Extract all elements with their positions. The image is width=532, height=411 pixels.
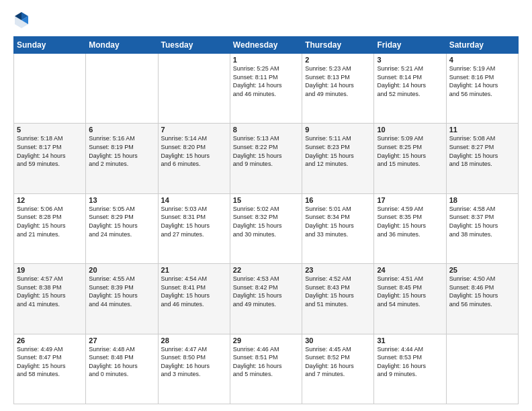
day-number: 13 <box>89 196 154 204</box>
day-info: Sunrise: 4:45 AMSunset: 8:52 PMDaylight:… <box>305 345 371 379</box>
day-cell-26: 26Sunrise: 4:49 AMSunset: 8:47 PMDayligh… <box>14 334 86 404</box>
day-info: Sunrise: 5:21 AMSunset: 8:14 PMDaylight:… <box>377 64 443 98</box>
day-cell-25: 25Sunrise: 4:50 AMSunset: 8:46 PMDayligh… <box>446 264 518 334</box>
day-cell-3: 3Sunrise: 5:21 AMSunset: 8:14 PMDaylight… <box>374 54 446 124</box>
day-info: Sunrise: 4:54 AMSunset: 8:41 PMDaylight:… <box>161 275 227 308</box>
day-cell-7: 7Sunrise: 5:14 AMSunset: 8:20 PMDaylight… <box>158 124 230 193</box>
day-info: Sunrise: 5:06 AMSunset: 8:28 PMDaylight:… <box>17 205 83 238</box>
day-number: 5 <box>17 126 83 134</box>
day-cell-24: 24Sunrise: 4:51 AMSunset: 8:45 PMDayligh… <box>374 264 446 334</box>
day-info: Sunrise: 4:44 AMSunset: 8:53 PMDaylight:… <box>377 345 443 379</box>
day-info: Sunrise: 5:11 AMSunset: 8:23 PMDaylight:… <box>305 134 371 168</box>
day-info: Sunrise: 4:47 AMSunset: 8:50 PMDaylight:… <box>161 345 227 379</box>
day-info: Sunrise: 4:59 AMSunset: 8:35 PMDaylight:… <box>377 205 443 238</box>
day-number: 22 <box>233 266 299 274</box>
day-number: 23 <box>305 266 371 274</box>
week-row-5: 26Sunrise: 4:49 AMSunset: 8:47 PMDayligh… <box>14 334 519 404</box>
day-info: Sunrise: 4:52 AMSunset: 8:43 PMDaylight:… <box>305 275 371 308</box>
calendar: SundayMondayTuesdayWednesdayThursdayFrid… <box>13 36 519 404</box>
day-number: 2 <box>305 56 371 64</box>
day-number: 19 <box>17 266 83 274</box>
day-number: 14 <box>161 196 227 204</box>
weekday-header-thursday: Thursday <box>302 37 374 54</box>
logo-icon <box>13 11 30 30</box>
day-number: 27 <box>89 336 154 345</box>
day-cell-9: 9Sunrise: 5:11 AMSunset: 8:23 PMDaylight… <box>302 124 374 193</box>
day-cell-12: 12Sunrise: 5:06 AMSunset: 8:28 PMDayligh… <box>14 193 86 263</box>
day-number: 12 <box>17 196 83 204</box>
day-info: Sunrise: 4:48 AMSunset: 8:48 PMDaylight:… <box>89 345 154 379</box>
day-cell-13: 13Sunrise: 5:05 AMSunset: 8:29 PMDayligh… <box>86 193 158 263</box>
day-cell-1: 1Sunrise: 5:25 AMSunset: 8:11 PMDaylight… <box>230 54 302 124</box>
logo <box>13 11 32 30</box>
day-number: 7 <box>161 126 227 134</box>
day-cell-11: 11Sunrise: 5:08 AMSunset: 8:27 PMDayligh… <box>446 124 518 193</box>
day-info: Sunrise: 4:50 AMSunset: 8:46 PMDaylight:… <box>449 275 515 308</box>
week-row-3: 12Sunrise: 5:06 AMSunset: 8:28 PMDayligh… <box>14 193 519 263</box>
day-info: Sunrise: 5:05 AMSunset: 8:29 PMDaylight:… <box>89 205 154 238</box>
day-number: 4 <box>449 56 515 64</box>
day-number: 18 <box>449 196 515 204</box>
empty-cell <box>14 54 86 124</box>
day-cell-17: 17Sunrise: 4:59 AMSunset: 8:35 PMDayligh… <box>374 193 446 263</box>
day-number: 10 <box>377 126 443 134</box>
day-cell-5: 5Sunrise: 5:18 AMSunset: 8:17 PMDaylight… <box>14 124 86 193</box>
day-cell-22: 22Sunrise: 4:53 AMSunset: 8:42 PMDayligh… <box>230 264 302 334</box>
day-info: Sunrise: 4:51 AMSunset: 8:45 PMDaylight:… <box>377 275 443 308</box>
day-info: Sunrise: 5:01 AMSunset: 8:34 PMDaylight:… <box>305 205 371 238</box>
day-number: 30 <box>305 336 371 345</box>
day-info: Sunrise: 4:49 AMSunset: 8:47 PMDaylight:… <box>17 345 83 379</box>
day-cell-19: 19Sunrise: 4:57 AMSunset: 8:38 PMDayligh… <box>14 264 86 334</box>
day-number: 16 <box>305 196 371 204</box>
day-info: Sunrise: 5:19 AMSunset: 8:16 PMDaylight:… <box>449 64 515 98</box>
day-info: Sunrise: 5:14 AMSunset: 8:20 PMDaylight:… <box>161 134 227 168</box>
weekday-header-sunday: Sunday <box>14 37 86 54</box>
day-info: Sunrise: 5:13 AMSunset: 8:22 PMDaylight:… <box>233 134 299 168</box>
header <box>13 11 519 30</box>
week-row-4: 19Sunrise: 4:57 AMSunset: 8:38 PMDayligh… <box>14 264 519 334</box>
day-cell-30: 30Sunrise: 4:45 AMSunset: 8:52 PMDayligh… <box>302 334 374 404</box>
weekday-header-tuesday: Tuesday <box>158 37 230 54</box>
day-info: Sunrise: 5:23 AMSunset: 8:13 PMDaylight:… <box>305 64 371 98</box>
day-cell-15: 15Sunrise: 5:02 AMSunset: 8:32 PMDayligh… <box>230 193 302 263</box>
day-info: Sunrise: 4:55 AMSunset: 8:39 PMDaylight:… <box>89 275 154 308</box>
page: SundayMondayTuesdayWednesdayThursdayFrid… <box>0 0 532 411</box>
day-number: 21 <box>161 266 227 274</box>
weekday-header-monday: Monday <box>86 37 158 54</box>
day-number: 1 <box>233 56 299 64</box>
empty-cell <box>158 54 230 124</box>
day-info: Sunrise: 4:58 AMSunset: 8:37 PMDaylight:… <box>449 205 515 238</box>
day-info: Sunrise: 4:57 AMSunset: 8:38 PMDaylight:… <box>17 275 83 308</box>
day-cell-31: 31Sunrise: 4:44 AMSunset: 8:53 PMDayligh… <box>374 334 446 404</box>
day-number: 11 <box>449 126 515 134</box>
day-number: 25 <box>449 266 515 274</box>
day-number: 24 <box>377 266 443 274</box>
weekday-header-saturday: Saturday <box>446 37 518 54</box>
day-cell-6: 6Sunrise: 5:16 AMSunset: 8:19 PMDaylight… <box>86 124 158 193</box>
day-cell-16: 16Sunrise: 5:01 AMSunset: 8:34 PMDayligh… <box>302 193 374 263</box>
empty-cell <box>86 54 158 124</box>
weekday-header-row: SundayMondayTuesdayWednesdayThursdayFrid… <box>14 37 519 54</box>
day-cell-29: 29Sunrise: 4:46 AMSunset: 8:51 PMDayligh… <box>230 334 302 404</box>
day-info: Sunrise: 5:16 AMSunset: 8:19 PMDaylight:… <box>89 134 154 168</box>
day-cell-27: 27Sunrise: 4:48 AMSunset: 8:48 PMDayligh… <box>86 334 158 404</box>
day-number: 17 <box>377 196 443 204</box>
day-info: Sunrise: 4:46 AMSunset: 8:51 PMDaylight:… <box>233 345 299 379</box>
day-cell-4: 4Sunrise: 5:19 AMSunset: 8:16 PMDaylight… <box>446 54 518 124</box>
day-number: 6 <box>89 126 154 134</box>
day-number: 3 <box>377 56 443 64</box>
day-cell-18: 18Sunrise: 4:58 AMSunset: 8:37 PMDayligh… <box>446 193 518 263</box>
day-number: 28 <box>161 336 227 345</box>
day-number: 8 <box>233 126 299 134</box>
day-cell-28: 28Sunrise: 4:47 AMSunset: 8:50 PMDayligh… <box>158 334 230 404</box>
day-info: Sunrise: 5:25 AMSunset: 8:11 PMDaylight:… <box>233 64 299 98</box>
day-number: 29 <box>233 336 299 345</box>
day-number: 26 <box>17 336 83 345</box>
weekday-header-wednesday: Wednesday <box>230 37 302 54</box>
day-cell-2: 2Sunrise: 5:23 AMSunset: 8:13 PMDaylight… <box>302 54 374 124</box>
day-number: 15 <box>233 196 299 204</box>
day-info: Sunrise: 4:53 AMSunset: 8:42 PMDaylight:… <box>233 275 299 308</box>
empty-cell <box>446 334 518 404</box>
day-info: Sunrise: 5:03 AMSunset: 8:31 PMDaylight:… <box>161 205 227 238</box>
day-info: Sunrise: 5:18 AMSunset: 8:17 PMDaylight:… <box>17 134 83 168</box>
